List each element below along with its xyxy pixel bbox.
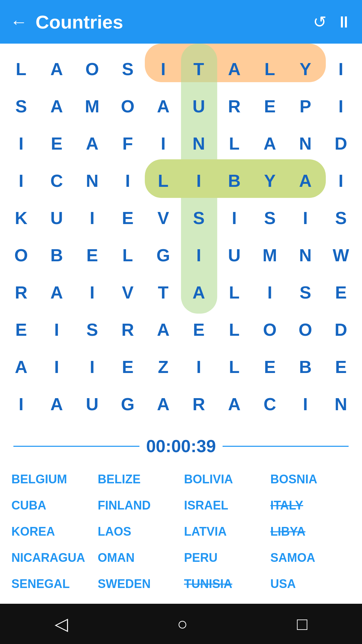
- grid-cell[interactable]: D: [323, 311, 359, 348]
- grid-cell[interactable]: E: [110, 348, 145, 385]
- grid-cell[interactable]: I: [217, 199, 252, 236]
- grid-cell[interactable]: Y: [252, 162, 288, 199]
- grid-cell[interactable]: E: [252, 348, 288, 385]
- grid-cell[interactable]: W: [323, 236, 359, 274]
- nav-recents-button[interactable]: □: [297, 614, 307, 634]
- grid-cell[interactable]: E: [110, 199, 145, 236]
- grid-cell[interactable]: U: [74, 385, 110, 423]
- grid-cell[interactable]: E: [39, 125, 74, 162]
- grid-cell[interactable]: I: [181, 162, 217, 199]
- grid-cell[interactable]: M: [252, 236, 288, 274]
- grid-cell[interactable]: I: [181, 236, 217, 274]
- grid-cell[interactable]: K: [3, 199, 39, 236]
- grid-cell[interactable]: I: [323, 88, 359, 125]
- grid-cell[interactable]: I: [145, 50, 181, 88]
- grid-cell[interactable]: V: [145, 199, 181, 236]
- grid-cell[interactable]: A: [39, 88, 74, 125]
- grid-cell[interactable]: O: [110, 88, 145, 125]
- grid-cell[interactable]: I: [288, 385, 323, 423]
- grid-cell[interactable]: L: [3, 50, 39, 88]
- grid-cell[interactable]: I: [181, 348, 217, 385]
- grid-cell[interactable]: M: [74, 88, 110, 125]
- grid-cell[interactable]: A: [3, 348, 39, 385]
- grid-cell[interactable]: R: [217, 88, 252, 125]
- grid-cell[interactable]: S: [181, 199, 217, 236]
- grid-cell[interactable]: F: [110, 125, 145, 162]
- grid-cell[interactable]: I: [3, 385, 39, 423]
- grid-cell[interactable]: N: [288, 125, 323, 162]
- back-button[interactable]: ←: [10, 12, 27, 32]
- grid-cell[interactable]: I: [39, 348, 74, 385]
- grid-cell[interactable]: L: [217, 311, 252, 348]
- grid-cell[interactable]: L: [217, 348, 252, 385]
- grid-cell[interactable]: E: [181, 311, 217, 348]
- grid-cell[interactable]: B: [39, 236, 74, 274]
- grid-cell[interactable]: I: [110, 162, 145, 199]
- grid-cell[interactable]: S: [323, 199, 359, 236]
- grid-cell[interactable]: I: [74, 274, 110, 311]
- grid-cell[interactable]: N: [323, 385, 359, 423]
- grid-cell[interactable]: U: [181, 88, 217, 125]
- grid-cell[interactable]: N: [288, 236, 323, 274]
- grid-cell[interactable]: B: [288, 348, 323, 385]
- grid-cell[interactable]: E: [3, 311, 39, 348]
- grid-cell[interactable]: L: [217, 274, 252, 311]
- grid-cell[interactable]: S: [110, 50, 145, 88]
- grid-cell[interactable]: C: [39, 162, 74, 199]
- pause-button[interactable]: ⏸: [336, 13, 352, 31]
- grid-cell[interactable]: E: [74, 236, 110, 274]
- grid-cell[interactable]: L: [217, 125, 252, 162]
- grid-cell[interactable]: A: [145, 385, 181, 423]
- grid-cell[interactable]: A: [145, 88, 181, 125]
- grid-container[interactable]: LAOSITALYISAMOAUREPIIEAFINLANDICNILIBYAI…: [0, 44, 362, 429]
- grid-cell[interactable]: A: [288, 162, 323, 199]
- grid-cell[interactable]: R: [181, 385, 217, 423]
- grid-cell[interactable]: E: [323, 274, 359, 311]
- grid-cell[interactable]: I: [3, 125, 39, 162]
- grid-cell[interactable]: V: [110, 274, 145, 311]
- grid-cell[interactable]: O: [252, 311, 288, 348]
- grid-cell[interactable]: L: [110, 236, 145, 274]
- grid-cell[interactable]: A: [145, 311, 181, 348]
- grid-cell[interactable]: I: [323, 162, 359, 199]
- grid-cell[interactable]: I: [74, 199, 110, 236]
- grid-cell[interactable]: R: [110, 311, 145, 348]
- grid-cell[interactable]: O: [288, 311, 323, 348]
- grid-cell[interactable]: U: [217, 236, 252, 274]
- grid-cell[interactable]: I: [323, 50, 359, 88]
- grid-cell[interactable]: S: [74, 311, 110, 348]
- grid-cell[interactable]: N: [181, 125, 217, 162]
- grid-cell[interactable]: L: [252, 50, 288, 88]
- grid-cell[interactable]: T: [145, 274, 181, 311]
- nav-back-button[interactable]: ◁: [55, 614, 68, 634]
- grid-cell[interactable]: O: [74, 50, 110, 88]
- grid-cell[interactable]: A: [39, 385, 74, 423]
- grid-cell[interactable]: I: [74, 348, 110, 385]
- grid-cell[interactable]: D: [323, 125, 359, 162]
- grid-cell[interactable]: G: [110, 385, 145, 423]
- grid-cell[interactable]: N: [74, 162, 110, 199]
- grid-cell[interactable]: A: [252, 125, 288, 162]
- grid-cell[interactable]: U: [39, 199, 74, 236]
- grid-cell[interactable]: R: [3, 274, 39, 311]
- grid-cell[interactable]: P: [288, 88, 323, 125]
- grid-cell[interactable]: A: [181, 274, 217, 311]
- grid-cell[interactable]: A: [39, 274, 74, 311]
- grid-cell[interactable]: A: [217, 50, 252, 88]
- grid-cell[interactable]: G: [145, 236, 181, 274]
- grid-cell[interactable]: E: [323, 348, 359, 385]
- refresh-button[interactable]: ↺: [313, 12, 326, 31]
- grid-cell[interactable]: Y: [288, 50, 323, 88]
- nav-home-button[interactable]: ○: [177, 614, 188, 634]
- grid-cell[interactable]: A: [74, 125, 110, 162]
- grid-cell[interactable]: I: [3, 162, 39, 199]
- grid-cell[interactable]: Z: [145, 348, 181, 385]
- grid-cell[interactable]: I: [39, 311, 74, 348]
- grid-cell[interactable]: O: [3, 236, 39, 274]
- grid-cell[interactable]: S: [252, 199, 288, 236]
- grid-cell[interactable]: S: [3, 88, 39, 125]
- grid-cell[interactable]: A: [39, 50, 74, 88]
- grid-cell[interactable]: S: [288, 274, 323, 311]
- grid-cell[interactable]: I: [288, 199, 323, 236]
- grid-cell[interactable]: A: [217, 385, 252, 423]
